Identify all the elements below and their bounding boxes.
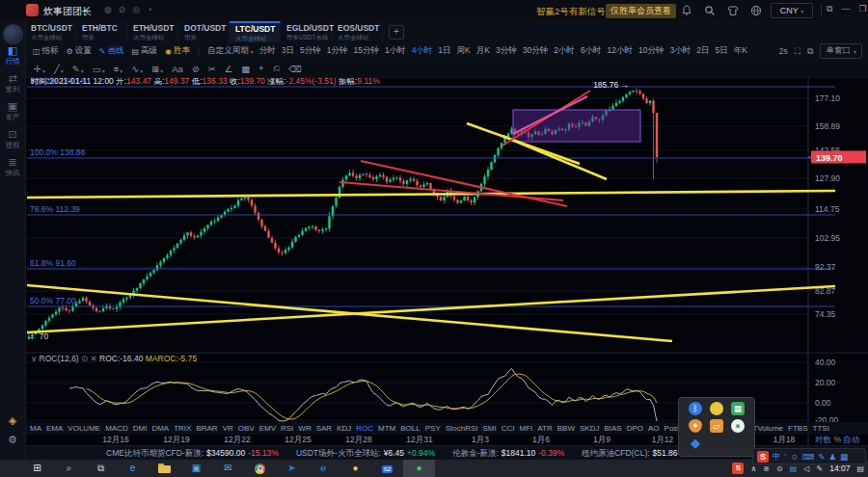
tray-gem-icon[interactable]: ◆ xyxy=(689,437,702,450)
indicator-tab-FTBS[interactable]: FTBS xyxy=(788,424,807,433)
taskbar-explorer-icon[interactable] xyxy=(149,460,180,477)
window-mode-select[interactable]: 单窗口▾ xyxy=(820,43,862,59)
indicator-tab-BBW[interactable]: BBW xyxy=(557,424,575,433)
sidebar-item-资产[interactable]: ▣资产 xyxy=(0,100,25,121)
draw-tool-15[interactable]: ⌫ xyxy=(288,64,301,74)
draw-tool-3[interactable]: ✎▾ xyxy=(72,64,84,74)
minimize-button[interactable]: — xyxy=(841,4,850,14)
split-view-icon[interactable]: ⧉ xyxy=(807,46,813,57)
indicator-tab-StochRSI[interactable]: StochRSI xyxy=(446,424,478,433)
add-pair-button[interactable]: + xyxy=(389,25,404,40)
indicator-tab-TVolume[interactable]: TVolume xyxy=(753,424,784,433)
sogou-tool-5[interactable]: ✎ xyxy=(818,452,825,462)
period-3小时[interactable]: 3小时 xyxy=(670,45,692,57)
sogou-tool-6[interactable]: ♟ xyxy=(828,452,836,462)
indicator-tab-EMV[interactable]: EMV xyxy=(259,424,276,433)
sogou-tool-1[interactable]: 中 xyxy=(773,451,781,463)
tray-battery-icon[interactable]: ⊙ xyxy=(776,464,783,473)
taskbar-store-icon[interactable]: ▣ xyxy=(180,460,212,477)
period-6小时[interactable]: 6小时 xyxy=(581,45,602,57)
indicator-tab-ATR[interactable]: ATR xyxy=(537,424,552,433)
draw-tool-6[interactable]: ∿▾ xyxy=(131,64,143,74)
indicator-tab-AO[interactable]: AO xyxy=(648,424,660,433)
tray-green-app-icon[interactable]: ▦ xyxy=(731,402,745,415)
popout-button[interactable]: ⧉ xyxy=(827,4,832,14)
notification-center-icon[interactable]: ▤ xyxy=(856,464,864,473)
currency-selector[interactable]: CNY ▾ xyxy=(771,3,813,18)
taskbar-mail-icon[interactable]: ✉ xyxy=(212,460,244,477)
draw-tool-2[interactable]: ╱▾ xyxy=(54,64,64,74)
toolbar-button-设置[interactable]: ⚙设置 xyxy=(67,45,92,57)
tray-network-icon[interactable]: ≋ xyxy=(763,464,770,473)
toolbar-button-画线[interactable]: ✎画线 xyxy=(99,45,124,57)
draw-tool-7[interactable]: ⊞▾ xyxy=(151,64,163,74)
sogou-tool-7[interactable]: ▦ xyxy=(840,452,848,462)
taskbar-sz-app-icon[interactable]: SZ xyxy=(371,460,403,477)
tray-wechat-tray-icon[interactable]: ● xyxy=(731,419,745,433)
indicator-tab-MACD[interactable]: MACD xyxy=(105,424,128,433)
indicator-tab-WR[interactable]: WR xyxy=(298,424,311,433)
period-年K[interactable]: 年K xyxy=(734,45,747,57)
tray-bluetooth-icon[interactable]: ᛒ xyxy=(689,402,702,415)
period-30分钟[interactable]: 30分钟 xyxy=(523,45,548,57)
pair-tab-EGLD/USDT[interactable]: EGLD/USDT币安USDT永续 xyxy=(281,21,332,42)
period-3分钟[interactable]: 3分钟 xyxy=(496,45,517,57)
tray-folder-app-icon[interactable]: ▱ xyxy=(710,419,723,433)
brand-logo-icon[interactable] xyxy=(3,24,23,44)
indicator-tab-CCI[interactable]: CCI xyxy=(502,424,515,433)
period-3日[interactable]: 3日 xyxy=(282,45,294,57)
title-icon-2[interactable]: ⊘ xyxy=(119,5,126,14)
period-分时[interactable]: 分时 xyxy=(259,45,276,57)
indicator-tab-SKDJ[interactable]: SKDJ xyxy=(580,424,599,433)
period-4小时[interactable]: 4小时 xyxy=(412,45,433,57)
sogou-tool-4[interactable]: ⌨ xyxy=(802,452,814,462)
sidebar-settings-icon[interactable]: ⚙ xyxy=(0,434,25,446)
toolbar-button-高级[interactable]: ▤高级 xyxy=(131,45,157,57)
indicator-tab-BRAR[interactable]: BRAR xyxy=(196,424,217,433)
globe-icon[interactable] xyxy=(750,5,762,16)
period-12小时[interactable]: 12小时 xyxy=(608,45,633,57)
sidebar-item-行情[interactable]: ◧行情 xyxy=(0,44,25,66)
tray-shield-icon[interactable]: ✦ xyxy=(689,419,702,433)
period-10分钟[interactable]: 10分钟 xyxy=(638,45,664,57)
pair-tab-EOS/USDT[interactable]: EOS/USDT火币全球站 xyxy=(332,21,383,42)
pair-tab-ETH/BTC[interactable]: ETH/BTC币安 xyxy=(76,21,127,42)
title-icon-3[interactable]: ◎ xyxy=(132,5,140,14)
period-周K[interactable]: 周K xyxy=(457,45,471,57)
pair-tab-ETH/USDT[interactable]: ETH/USDT火币全球站 xyxy=(127,21,178,42)
sogou-tool-2[interactable]: ’ xyxy=(785,452,787,462)
indicator-tab-MA[interactable]: MA xyxy=(30,424,41,433)
pair-tab-LTC/USDT[interactable]: LTC/USDT火币全球站 xyxy=(230,21,281,42)
period-15分钟[interactable]: 15分钟 xyxy=(353,45,378,57)
search-icon[interactable] xyxy=(704,5,716,16)
sidebar-item-授权[interactable]: ⊡授权 xyxy=(0,128,25,149)
indicator-tab-MFI[interactable]: MFI xyxy=(520,424,533,433)
indicator-tab-TRIX[interactable]: TRIX xyxy=(174,424,191,433)
indicator-tab-SMI[interactable]: SMI xyxy=(483,424,497,433)
taskbar-thunder-icon[interactable]: ➤ xyxy=(276,460,308,477)
indicator-tab-MTM[interactable]: MTM xyxy=(378,424,395,433)
period-1分钟[interactable]: 1分钟 xyxy=(327,45,348,57)
indicator-tab-DPO[interactable]: DPO xyxy=(627,424,643,433)
tray-sogou-icon[interactable]: S xyxy=(732,463,744,474)
toolbar-button-胜率[interactable]: ◉胜率 xyxy=(165,45,190,57)
taskbar-search-icon[interactable]: ⌕ xyxy=(53,460,85,477)
taskbar-clock[interactable]: 14:07 xyxy=(829,464,850,473)
indicator-tab-KDJ[interactable]: KDJ xyxy=(337,424,351,433)
indicator-tab-BOLL[interactable]: BOLL xyxy=(400,424,420,433)
sidebar-item-快讯[interactable]: ≣快讯 xyxy=(0,156,25,177)
draw-tool-1[interactable]: ✛▾ xyxy=(34,64,45,74)
draw-tool-14[interactable]: ⎌ xyxy=(273,63,281,74)
taskbar-chrome-icon[interactable] xyxy=(244,460,276,477)
indicator-tab-VOLUME[interactable]: VOLUME xyxy=(68,424,100,433)
bell-icon[interactable] xyxy=(681,5,692,16)
draw-tool-5[interactable]: ≡▾ xyxy=(114,64,123,74)
title-icons[interactable]: ◍⊘◎◔ xyxy=(104,5,152,14)
maximize-button[interactable]: ❐ xyxy=(858,4,866,14)
indicator-tab-OBV[interactable]: OBV xyxy=(238,424,255,433)
refresh-interval[interactable]: 2s xyxy=(779,46,788,56)
draw-tool-8[interactable]: Aa xyxy=(172,64,183,74)
period-1日[interactable]: 1日 xyxy=(438,45,450,57)
period-1小时[interactable]: 1小时 xyxy=(385,45,406,57)
period-2小时[interactable]: 2小时 xyxy=(554,45,575,57)
